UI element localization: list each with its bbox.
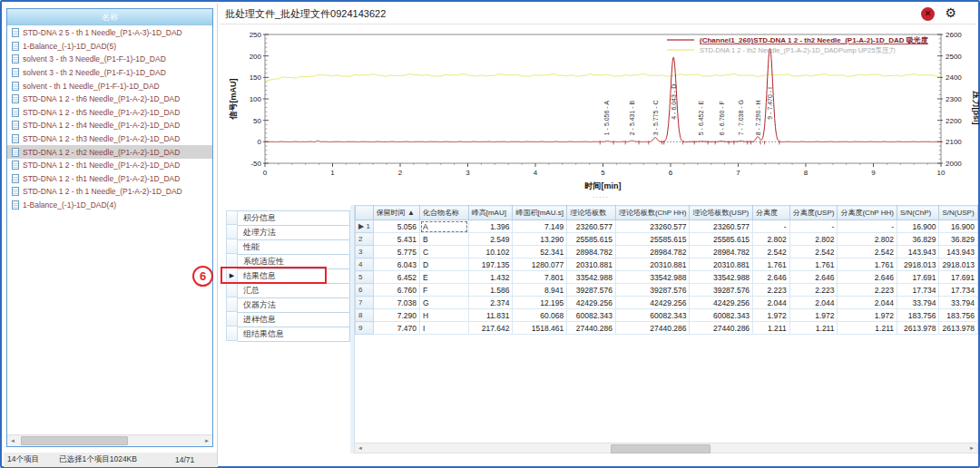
cell[interactable]: 5.775 [373,246,419,258]
gear-icon[interactable]: ⚙ [945,5,956,20]
cell[interactable]: 217.642 [468,322,513,335]
cell[interactable]: 8.941 [513,284,567,297]
splitter-handle[interactable]: ····· [564,193,637,201]
scrollbar-thumb[interactable] [21,436,128,445]
cell[interactable]: 183.756 [939,309,978,322]
cell[interactable]: 6.452 [373,271,419,284]
cell[interactable]: 1.211 [789,322,838,335]
cell[interactable]: 17.691 [897,271,939,284]
cell[interactable]: - [789,220,838,233]
file-list-item[interactable]: STD-DNA 1 2 - th6 Needle_(P1-A-2)-1D_DAD [7,93,212,106]
row-header[interactable]: 6 [356,284,374,297]
cell[interactable]: 7.149 [513,220,567,233]
cell[interactable]: 2.223 [789,284,838,297]
cell[interactable]: 2918.013 [897,258,939,271]
file-list-item[interactable]: 1-Balance_(-1)-1D_DAD(5) [7,40,212,54]
cell[interactable]: 2.802 [753,233,790,246]
cell[interactable]: 28984.782 [615,246,690,258]
menu-item-6[interactable]: 汇总 [238,284,350,298]
cell[interactable]: 28984.782 [690,246,753,258]
column-header[interactable]: 分离度 [753,206,790,220]
column-header[interactable]: 理论塔板数(USP) [690,206,753,220]
column-header[interactable]: 化合物名称 [420,206,469,220]
scroll-left-icon[interactable]: ◄ [7,435,18,447]
cell[interactable]: 33.794 [939,297,978,309]
scrollbar-thumb[interactable] [611,444,710,453]
cell[interactable]: 60082.343 [615,309,690,322]
cell[interactable]: 20310.881 [615,258,690,271]
cell[interactable]: 25585.615 [567,233,616,246]
cell[interactable]: 33542.988 [615,271,690,284]
cell[interactable]: 6.043 [373,258,419,271]
cell[interactable]: 52.341 [513,246,567,258]
cell[interactable]: 2.223 [838,284,897,297]
cell[interactable]: 42429.256 [615,297,690,309]
cell[interactable]: 27440.286 [567,322,616,335]
file-list-item[interactable]: STD-DNA 1 2 - th1 Needle_(P1-A-2)-1D_DAD [7,159,212,172]
file-list-item[interactable]: solvent - th 1 Needle_(P1-F-1)-1D_DAD [7,79,212,93]
menu-item-9[interactable]: 组结果信息 [238,327,350,342]
cell[interactable]: 16.900 [939,220,978,233]
column-header[interactable]: 分离度(USP) [789,206,838,220]
cell[interactable]: 13.290 [513,233,567,246]
cell[interactable]: 1280.077 [513,258,567,271]
row-header[interactable]: 2 [356,233,374,246]
row-header[interactable]: ▶ 1 [356,220,374,233]
cell[interactable]: 28984.782 [567,246,616,258]
cell[interactable]: 2918.013 [939,258,978,271]
cell[interactable]: 36.829 [939,233,978,246]
menu-item-2[interactable]: 处理方法 [238,226,350,240]
cell[interactable]: 33.794 [897,297,939,309]
file-list-item[interactable]: STD-DNA 1 2 - th4 Needle_(P1-A-2)-1D_DAD [7,119,212,132]
scroll-right-icon[interactable]: ► [966,443,977,454]
cell[interactable]: C [420,246,469,258]
column-header[interactable]: 分离度(ChP HH) [838,206,897,220]
cell[interactable]: A [420,220,469,233]
menu-item-1[interactable]: 积分信息 [238,211,350,226]
cell[interactable]: 1.761 [753,258,790,271]
cell[interactable]: 36.829 [897,233,939,246]
row-header[interactable]: 8 [356,309,374,322]
cell[interactable]: 1.396 [468,220,513,233]
cell[interactable]: 1.761 [838,258,897,271]
file-list-item[interactable]: STD-DNA 1 2 - th1 Needle_(P1-A-2)-1D_DAD [7,172,212,186]
table-horizontal-scrollbar[interactable]: ◄ ► [354,443,978,453]
cell[interactable]: 1.761 [789,258,838,271]
cell[interactable]: 1.432 [468,271,513,284]
cell[interactable]: F [420,284,469,297]
cell[interactable]: 1.972 [753,309,790,322]
cell[interactable]: 197.135 [468,258,513,271]
cell[interactable]: 23260.577 [690,220,753,233]
menu-item-8[interactable]: 进样信息 [238,313,350,327]
chromatogram-chart[interactable]: 012345678910-500501001502002502000210022… [226,25,979,205]
cell[interactable]: 2.646 [753,271,790,284]
scrollbar-track[interactable] [366,444,966,453]
cell[interactable]: 60082.343 [567,309,616,322]
row-header[interactable]: 9 [356,322,374,335]
column-header[interactable]: 峰高[mAU] [468,206,513,220]
scroll-left-icon[interactable]: ◄ [355,443,366,454]
file-list-item[interactable]: STD-DNA 1 2 - th5 Needle_(P1-A-2)-1D_DAD [7,106,212,120]
cell[interactable]: B [420,233,469,246]
cell[interactable]: 11.831 [468,309,513,322]
cell[interactable]: D [420,258,469,271]
cell[interactable]: 183.756 [897,309,939,322]
cell[interactable]: 7.470 [373,322,419,335]
menu-item-3[interactable]: 性能 [238,240,350,255]
cell[interactable]: 60.068 [513,309,567,322]
cell[interactable]: 20310.881 [690,258,753,271]
file-list-item[interactable]: 1-Balance_(-1)-1D_DAD(4) [7,199,212,212]
row-header[interactable]: 7 [356,297,374,309]
file-list-item[interactable]: STD-DNA 2 5 - th 1 Needle_(P1-A-3)-1D_DA… [7,26,212,40]
cell[interactable]: 2.044 [838,297,897,309]
cell[interactable]: 1518.461 [513,322,567,335]
close-icon[interactable]: ✕ [921,7,935,21]
cell[interactable]: H [420,309,469,322]
cell[interactable]: 2.542 [789,246,838,258]
cell[interactable]: 7.290 [373,309,419,322]
cell[interactable]: 10.102 [468,246,513,258]
column-header[interactable]: 保留时间 ▲ [373,206,419,220]
cell[interactable]: 20310.881 [567,258,616,271]
cell[interactable]: - [753,220,790,233]
cell[interactable]: 7.038 [373,297,419,309]
